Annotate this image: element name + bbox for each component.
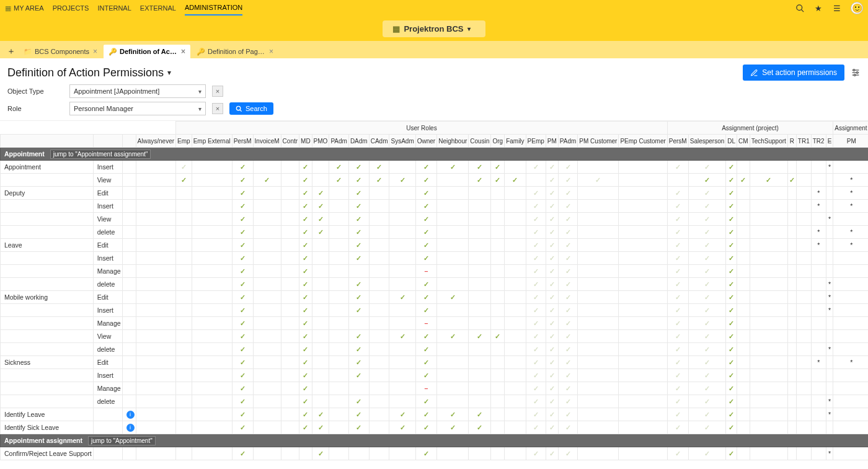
permission-cell[interactable] <box>826 369 833 382</box>
permission-cell[interactable] <box>750 317 787 330</box>
permission-cell[interactable]: ✓ <box>369 161 389 174</box>
permission-cell[interactable] <box>750 239 787 252</box>
permission-cell[interactable] <box>787 408 796 421</box>
permission-cell[interactable]: ✓ <box>348 174 369 187</box>
permission-cell[interactable] <box>796 187 811 200</box>
column-header[interactable]: InvoiceM <box>253 135 281 148</box>
permission-cell[interactable] <box>253 291 281 304</box>
permission-cell[interactable] <box>192 174 232 187</box>
column-header[interactable]: Salesperson <box>688 135 726 148</box>
nav-projects[interactable]: PROJECTS <box>53 4 89 12</box>
permission-cell[interactable] <box>787 265 796 278</box>
permission-cell[interactable] <box>796 317 811 330</box>
permission-cell[interactable]: * <box>826 395 833 408</box>
permission-cell[interactable] <box>787 304 796 317</box>
add-tab-button[interactable]: ＋ <box>5 45 17 58</box>
permission-cell[interactable]: ✓ <box>667 304 688 317</box>
permission-cell[interactable]: ✓ <box>232 304 253 317</box>
permission-cell[interactable] <box>312 317 329 330</box>
permission-cell[interactable] <box>826 317 833 330</box>
permission-cell[interactable]: ✓ <box>299 421 312 434</box>
permission-cell[interactable] <box>505 187 526 200</box>
permission-cell[interactable]: ✓ <box>688 278 726 291</box>
permission-cell[interactable] <box>737 356 750 369</box>
permission-cell[interactable]: ✓ <box>437 330 469 343</box>
permission-cell[interactable] <box>619 408 667 421</box>
permission-cell[interactable] <box>826 226 833 239</box>
permission-cell[interactable] <box>176 252 192 265</box>
permission-cell[interactable]: ✓ <box>526 161 546 174</box>
permission-cell[interactable]: * <box>833 239 868 252</box>
column-header[interactable]: E <box>826 135 833 148</box>
permission-cell[interactable]: ✓ <box>299 291 312 304</box>
permission-cell[interactable] <box>136 356 175 369</box>
permission-cell[interactable]: ✓ <box>546 317 558 330</box>
permission-cell[interactable] <box>329 304 349 317</box>
column-header[interactable]: Cousin <box>469 135 491 148</box>
permission-cell[interactable] <box>281 317 299 330</box>
permission-cell[interactable] <box>176 304 192 317</box>
permission-cell[interactable]: ✓ <box>667 187 688 200</box>
permission-cell[interactable] <box>787 447 796 460</box>
permission-cell[interactable]: ✓ <box>726 343 737 356</box>
permission-cell[interactable] <box>389 343 415 356</box>
permission-cell[interactable]: ✓ <box>558 408 578 421</box>
permission-cell[interactable]: ✓ <box>726 213 737 226</box>
permission-cell[interactable]: ✓ <box>369 174 389 187</box>
permission-cell[interactable]: ✓ <box>726 278 737 291</box>
permission-cell[interactable] <box>491 447 505 460</box>
permission-cell[interactable] <box>281 330 299 343</box>
permission-cell[interactable]: ✓ <box>232 356 253 369</box>
permission-cell[interactable] <box>437 200 469 213</box>
permission-cell[interactable] <box>389 161 415 174</box>
permission-cell[interactable] <box>192 226 232 239</box>
permission-cell[interactable]: ✓ <box>558 187 578 200</box>
permission-cell[interactable] <box>437 304 469 317</box>
permission-cell[interactable] <box>329 265 349 278</box>
tab-action-permissions[interactable]: 🔑 Definition of Action Per × <box>104 45 190 58</box>
permission-cell[interactable] <box>619 252 667 265</box>
permission-cell[interactable] <box>750 343 787 356</box>
permission-cell[interactable] <box>389 200 415 213</box>
permission-cell[interactable] <box>578 226 619 239</box>
permission-cell[interactable] <box>505 265 526 278</box>
nav-external[interactable]: EXTERNAL <box>140 4 176 12</box>
permission-cell[interactable]: ✓ <box>546 330 558 343</box>
permission-cell[interactable]: * <box>811 187 826 200</box>
permission-cell[interactable] <box>833 395 868 408</box>
nav-administration[interactable]: ADMINISTRATION <box>185 1 242 16</box>
permission-cell[interactable] <box>253 226 281 239</box>
permission-cell[interactable] <box>329 187 349 200</box>
permission-cell[interactable] <box>281 291 299 304</box>
permission-cell[interactable] <box>796 408 811 421</box>
permission-cell[interactable] <box>811 330 826 343</box>
permission-cell[interactable] <box>469 317 491 330</box>
permission-cell[interactable]: ✓ <box>389 174 415 187</box>
permission-cell[interactable] <box>136 174 175 187</box>
permission-cell[interactable] <box>737 421 750 434</box>
permission-cell[interactable] <box>329 252 349 265</box>
permission-cell[interactable]: * <box>826 408 833 421</box>
info-icon[interactable]: i <box>126 424 135 432</box>
role-select[interactable]: Personnel Manager ▾ <box>69 102 206 115</box>
permission-cell[interactable]: ✓ <box>546 343 558 356</box>
permission-cell[interactable] <box>348 265 369 278</box>
permission-cell[interactable] <box>192 213 232 226</box>
permission-cell[interactable] <box>491 187 505 200</box>
permissions-table-wrap[interactable]: User RolesAssignment (project)Assignment… <box>0 120 868 460</box>
permission-cell[interactable] <box>491 213 505 226</box>
permission-cell[interactable] <box>437 343 469 356</box>
permission-cell[interactable] <box>389 226 415 239</box>
permission-cell[interactable]: * <box>826 161 833 174</box>
permission-cell[interactable]: ✓ <box>415 447 436 460</box>
permission-cell[interactable] <box>811 421 826 434</box>
permission-cell[interactable] <box>389 239 415 252</box>
permission-cell[interactable] <box>796 174 811 187</box>
column-header[interactable]: Neighbour <box>437 135 469 148</box>
permission-cell[interactable] <box>281 304 299 317</box>
permission-cell[interactable]: ✓ <box>667 447 688 460</box>
permission-cell[interactable] <box>312 395 329 408</box>
permission-cell[interactable]: ✓ <box>415 252 436 265</box>
permission-cell[interactable]: ✓ <box>688 408 726 421</box>
permission-cell[interactable] <box>796 161 811 174</box>
